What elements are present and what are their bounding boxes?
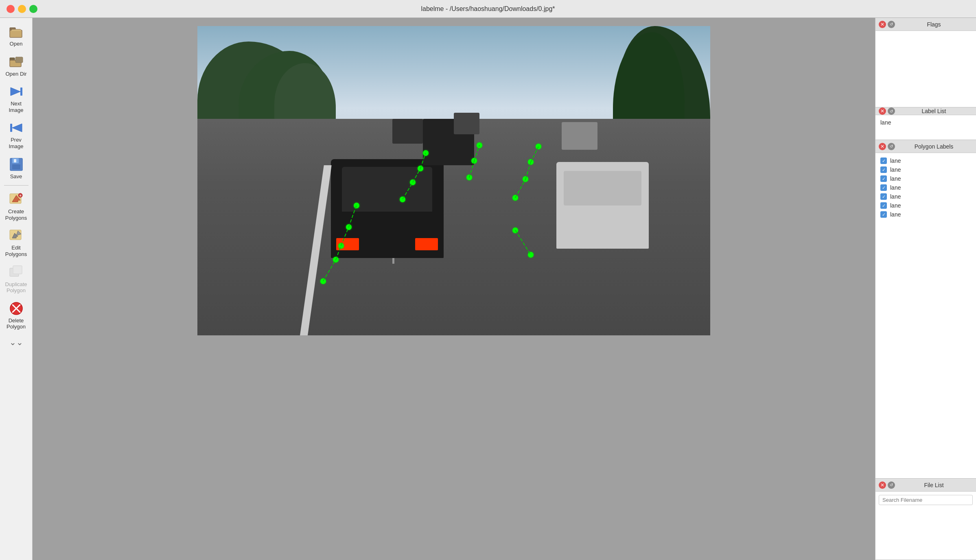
- polygon-checkbox-6[interactable]: [880, 211, 887, 218]
- svg-rect-11: [12, 164, 20, 169]
- close-button[interactable]: [7, 5, 15, 13]
- green-dot-17: [512, 228, 518, 233]
- car-distant-1: [392, 119, 423, 144]
- expand-toolbar-button[interactable]: ⌄⌄: [9, 334, 23, 350]
- green-dot-16: [536, 144, 541, 149]
- polygon-label-row-2: lane: [879, 174, 973, 183]
- open-dir-button[interactable]: Open Dir: [2, 51, 31, 80]
- car-right-white: [556, 162, 649, 249]
- flags-reset-button[interactable]: ↺: [888, 21, 895, 28]
- title-bar: labelme - /Users/haoshuang/Downloads/0.j…: [0, 0, 976, 18]
- search-filename-input[interactable]: [879, 495, 973, 505]
- svg-rect-20: [13, 266, 22, 274]
- svg-marker-7: [12, 124, 22, 132]
- polygon-checkbox-5[interactable]: [880, 202, 887, 209]
- green-dot-5: [354, 203, 359, 208]
- road-image: [197, 26, 710, 335]
- file-list-reset-button[interactable]: ↺: [888, 481, 895, 489]
- svg-marker-5: [11, 88, 20, 96]
- polygon-label-row-1: lane: [879, 165, 973, 174]
- polygon-label-text-6: lane: [890, 211, 901, 218]
- window-title: labelme - /Users/haoshuang/Downloads/0.j…: [421, 5, 555, 13]
- car-front-large: [331, 159, 444, 258]
- green-dot-4: [346, 224, 352, 230]
- save-label: Save: [10, 173, 22, 180]
- flags-section: ✕ ↺ Flags: [875, 18, 976, 107]
- edit-polygons-label: Edit Polygons: [3, 245, 29, 257]
- label-list-header: ✕ ↺ Label List: [875, 107, 976, 115]
- flags-body: [875, 31, 976, 107]
- edit-polygons-button[interactable]: Edit Polygons: [2, 225, 31, 260]
- save-button[interactable]: Save: [2, 154, 31, 182]
- delete-polygon-button[interactable]: Delete Polygon: [2, 298, 31, 332]
- polygon-checkbox-1[interactable]: [880, 166, 887, 173]
- next-image-button[interactable]: Next Image: [2, 81, 31, 116]
- file-list-section: ✕ ↺ File List: [875, 479, 976, 560]
- green-dot-12: [477, 142, 482, 148]
- polygon-label-text-3: lane: [890, 184, 901, 191]
- next-image-label: Next Image: [3, 101, 29, 113]
- polygon-label-text-5: lane: [890, 202, 901, 209]
- window-controls: [7, 5, 37, 13]
- green-dot-11: [471, 158, 477, 164]
- green-dot-9: [423, 150, 429, 156]
- polygon-labels-body: lane lane lane lane lane: [875, 153, 976, 478]
- open-dir-icon: [8, 54, 24, 70]
- polygon-label-text-4: lane: [890, 193, 901, 200]
- create-polygons-label: Create Polygons: [3, 208, 29, 221]
- polygon-label-row-6: lane: [879, 210, 973, 219]
- flags-close-button[interactable]: ✕: [879, 21, 886, 28]
- label-list-reset-button[interactable]: ↺: [888, 107, 895, 115]
- minimize-button[interactable]: [18, 5, 26, 13]
- polygon-labels-section: ✕ ↺ Polygon Labels lane lane lane: [875, 140, 976, 479]
- polygon-labels-title: Polygon Labels: [895, 143, 973, 150]
- prev-image-label: Prev Image: [3, 137, 29, 149]
- green-dot-3: [338, 243, 344, 249]
- svg-rect-8: [10, 124, 12, 132]
- edit-polygons-icon: [8, 228, 24, 244]
- polygon-label-text-2: lane: [890, 175, 901, 182]
- duplicate-polygon-label: Duplicate Polygon: [3, 281, 29, 294]
- polygon-labels-header: ✕ ↺ Polygon Labels: [875, 140, 976, 153]
- polygon-label-text-1: lane: [890, 166, 901, 173]
- polygon-label-text-0: lane: [890, 158, 901, 164]
- create-polygons-button[interactable]: + Create Polygons: [2, 189, 31, 223]
- duplicate-polygon-icon: [8, 264, 24, 280]
- file-list-body: [875, 492, 976, 560]
- polygon-checkbox-2[interactable]: [880, 175, 887, 182]
- open-button[interactable]: Open: [2, 21, 31, 50]
- polygon-labels-close-button[interactable]: ✕: [879, 143, 886, 150]
- canvas-area: [33, 18, 875, 560]
- main-layout: Open Open Dir Next Image: [0, 18, 976, 560]
- green-dot-14: [523, 176, 528, 182]
- green-dot-1: [320, 278, 326, 284]
- green-dot-2: [333, 257, 339, 262]
- polygon-label-row-0: lane: [879, 156, 973, 165]
- polygon-checkbox-0[interactable]: [880, 158, 887, 164]
- polygon-checkbox-4[interactable]: [880, 193, 887, 200]
- green-dot-10: [466, 175, 472, 180]
- green-dot-13: [512, 195, 518, 201]
- green-dot-15: [528, 159, 534, 165]
- svg-text:+: +: [19, 194, 21, 198]
- image-container: [197, 26, 710, 335]
- next-image-icon: [8, 83, 24, 100]
- polygon-label-row-3: lane: [879, 183, 973, 192]
- label-list-close-button[interactable]: ✕: [879, 107, 886, 115]
- svg-rect-1: [10, 30, 22, 37]
- green-dot-7: [410, 179, 416, 185]
- label-list-title: Label List: [895, 108, 973, 114]
- prev-image-button[interactable]: Prev Image: [2, 117, 31, 152]
- polygon-labels-reset-button[interactable]: ↺: [888, 143, 895, 150]
- green-dot-18: [528, 252, 534, 258]
- file-list-close-button[interactable]: ✕: [879, 481, 886, 489]
- open-dir-label: Open Dir: [5, 71, 26, 77]
- label-list-body: lane: [875, 115, 976, 140]
- svg-rect-6: [20, 88, 22, 96]
- svg-rect-4: [15, 57, 23, 63]
- duplicate-polygon-button[interactable]: Duplicate Polygon: [2, 262, 31, 296]
- maximize-button[interactable]: [29, 5, 37, 13]
- car-distant-2: [454, 113, 479, 134]
- polygon-label-row-4: lane: [879, 192, 973, 201]
- polygon-checkbox-3[interactable]: [880, 184, 887, 191]
